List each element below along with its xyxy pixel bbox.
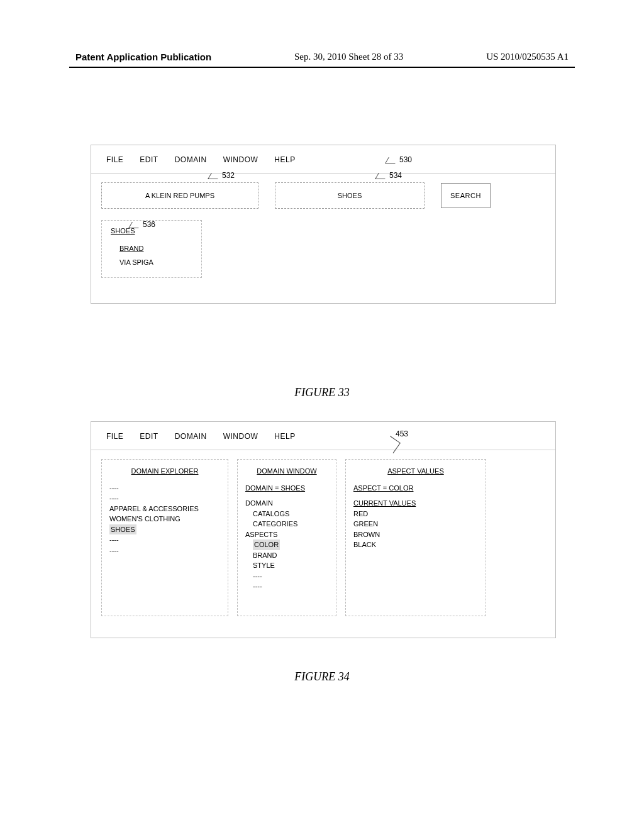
figure-34-window: FILE EDIT DOMAIN WINDOW HELP 453 DOMAIN … bbox=[91, 421, 556, 638]
results-value: VIA SPIGA bbox=[119, 258, 192, 266]
list-item[interactable]: STYLE bbox=[245, 560, 328, 571]
menu-edit[interactable]: EDIT bbox=[140, 155, 158, 164]
aspects-label: ASPECTS bbox=[245, 529, 328, 540]
page-header: Patent Application Publication Sep. 30, … bbox=[0, 52, 644, 62]
search-button[interactable]: SEARCH bbox=[441, 183, 491, 208]
figure-34-body: DOMAIN EXPLORER ---- ---- APPAREL & ACCE… bbox=[91, 450, 555, 638]
list-item[interactable]: APPAREL & ACCESSORIES bbox=[109, 504, 220, 514]
query-input[interactable] bbox=[101, 182, 258, 209]
header-rule bbox=[69, 67, 575, 68]
figure-33-window: FILE EDIT DOMAIN WINDOW HELP 530 532 534… bbox=[91, 145, 556, 304]
list-item: ---- bbox=[109, 545, 220, 556]
list-item: ---- bbox=[109, 493, 220, 504]
domain-window-panel: DOMAIN WINDOW DOMAIN = SHOES DOMAIN CATA… bbox=[237, 459, 336, 616]
domain-line: DOMAIN = SHOES bbox=[245, 483, 328, 494]
list-item[interactable]: GREEN bbox=[353, 519, 478, 529]
list-item-selected[interactable]: SHOES bbox=[109, 524, 220, 535]
domain-explorer-panel: DOMAIN EXPLORER ---- ---- APPAREL & ACCE… bbox=[101, 459, 228, 616]
menu-file-34[interactable]: FILE bbox=[106, 432, 123, 441]
ref-530: 530 bbox=[387, 155, 412, 164]
search-row: SEARCH bbox=[101, 182, 545, 209]
figure-33-body: 532 534 SEARCH 536 SHOES BRAND VIA SPIGA bbox=[91, 174, 555, 303]
domain-window-head: DOMAIN WINDOW bbox=[245, 466, 328, 477]
list-item[interactable]: BRAND bbox=[245, 550, 328, 561]
domain-input[interactable] bbox=[275, 182, 425, 209]
ref-453: 453 bbox=[396, 429, 408, 438]
menu-domain-34[interactable]: DOMAIN bbox=[175, 432, 207, 441]
list-item[interactable]: BLACK bbox=[353, 540, 478, 550]
aspect-values-head: ASPECT VALUES bbox=[353, 466, 478, 477]
menu-domain[interactable]: DOMAIN bbox=[175, 155, 207, 164]
header-left: Patent Application Publication bbox=[75, 52, 211, 62]
menu-window[interactable]: WINDOW bbox=[223, 155, 258, 164]
list-item[interactable]: CATALOGS bbox=[245, 509, 328, 519]
menu-window-34[interactable]: WINDOW bbox=[223, 432, 258, 441]
list-item: ---- bbox=[245, 571, 328, 582]
figure-34-caption: FIGURE 34 bbox=[0, 670, 644, 683]
aspect-line: ASPECT = COLOR bbox=[353, 483, 478, 494]
list-item: ---- bbox=[245, 581, 328, 592]
results-subtitle: BRAND bbox=[119, 245, 192, 252]
list-item[interactable]: WOMEN'S CLOTHING bbox=[109, 514, 220, 524]
list-item[interactable]: RED bbox=[353, 509, 478, 519]
menubar-fig33: FILE EDIT DOMAIN WINDOW HELP bbox=[91, 145, 555, 174]
menu-help-34[interactable]: HELP bbox=[274, 432, 295, 441]
menubar-fig34: FILE EDIT DOMAIN WINDOW HELP bbox=[91, 422, 555, 450]
menu-edit-34[interactable]: EDIT bbox=[140, 432, 158, 441]
menu-file[interactable]: FILE bbox=[106, 155, 123, 164]
list-item: ---- bbox=[109, 534, 220, 545]
domain-group-label: DOMAIN bbox=[245, 498, 328, 509]
list-item[interactable]: CATEGORIES bbox=[245, 519, 328, 529]
list-item: ---- bbox=[109, 483, 220, 494]
current-values-label: CURRENT VALUES bbox=[353, 498, 478, 509]
ref-532: 532 bbox=[209, 171, 235, 180]
domain-explorer-head: DOMAIN EXPLORER bbox=[109, 466, 220, 477]
ref-536: 536 bbox=[130, 220, 155, 229]
list-item-selected[interactable]: COLOR bbox=[245, 540, 328, 550]
menu-help[interactable]: HELP bbox=[274, 155, 295, 164]
aspect-values-panel: ASPECT VALUES ASPECT = COLOR CURRENT VAL… bbox=[345, 459, 486, 616]
ref-534: 534 bbox=[377, 171, 402, 180]
header-right: US 2010/0250535 A1 bbox=[486, 52, 569, 62]
list-item[interactable]: BROWN bbox=[353, 529, 478, 540]
figure-33-caption: FIGURE 33 bbox=[0, 386, 644, 399]
header-center: Sep. 30, 2010 Sheet 28 of 33 bbox=[294, 52, 403, 62]
